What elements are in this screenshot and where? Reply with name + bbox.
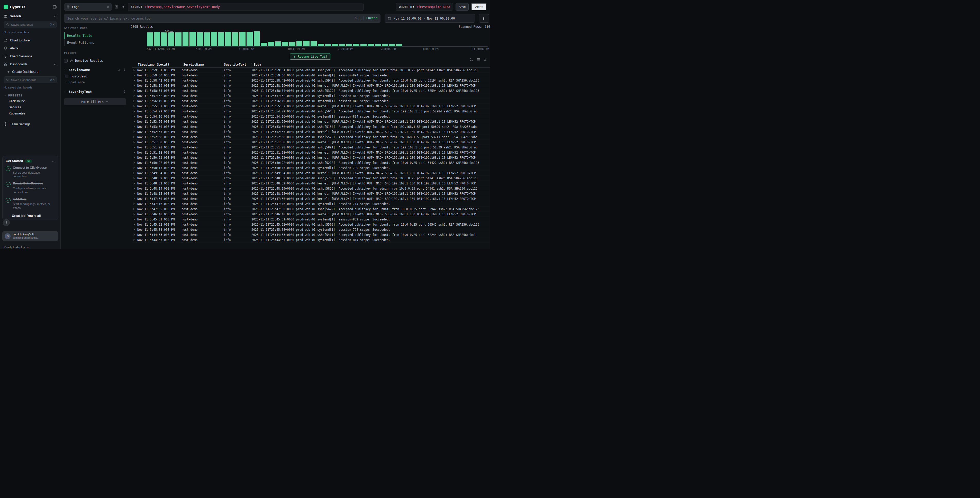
row-expand-chevron[interactable]: >	[132, 156, 137, 159]
row-expand-chevron[interactable]: >	[132, 197, 137, 200]
sidebar-item-dashboards[interactable]: Dashboards	[0, 60, 60, 68]
log-row[interactable]: >Nov 11 5:50:33.000 PMhost-demoinfo2025-…	[132, 155, 490, 160]
histogram-bar[interactable]	[204, 32, 210, 46]
chevron-up-icon[interactable]	[54, 62, 57, 66]
filter-group-servicename[interactable]: ServiceName	[64, 68, 126, 72]
log-row[interactable]: >Nov 11 5:47:16.000 PMhost-demoinfo2025-…	[132, 201, 490, 207]
log-row[interactable]: >Nov 11 5:53:36.000 PMhost-demoinfo2025-…	[132, 119, 490, 124]
log-row[interactable]: >Nov 11 5:51:18.000 PMhost-demoinfo2025-…	[132, 150, 490, 155]
row-expand-chevron[interactable]: >	[132, 105, 137, 107]
col-header-timestamp[interactable]: Timestamp (Local)	[137, 63, 181, 66]
orderby-input[interactable]: ORDER BY TimestampTime DESC	[396, 3, 453, 11]
create-dashboard-button[interactable]: Create Dashboard	[0, 68, 60, 75]
mode-results-table[interactable]: Results Table	[64, 32, 126, 39]
histogram-bar[interactable]	[310, 41, 317, 46]
histogram-bar[interactable]	[261, 43, 267, 46]
row-expand-chevron[interactable]: >	[132, 125, 137, 128]
row-expand-chevron[interactable]: >	[132, 213, 137, 215]
search-section-header[interactable]: Search	[0, 11, 60, 20]
row-expand-chevron[interactable]: >	[132, 218, 137, 221]
histogram-bar[interactable]	[175, 32, 181, 46]
row-expand-chevron[interactable]: >	[132, 228, 137, 231]
row-expand-chevron[interactable]: >	[132, 203, 137, 205]
row-expand-chevron[interactable]: >	[132, 208, 137, 211]
row-expand-chevron[interactable]: >	[132, 79, 137, 82]
log-row[interactable]: >Nov 11 5:51:58.000 PMhost-demoinfo2025-…	[132, 140, 490, 145]
language-lucene-option[interactable]: Lucene	[366, 16, 377, 20]
row-expand-chevron[interactable]: >	[132, 115, 137, 118]
row-expand-chevron[interactable]: >	[132, 177, 137, 180]
histogram-bar[interactable]	[189, 32, 196, 46]
sidebar-item-alerts[interactable]: Alerts	[0, 44, 60, 52]
row-expand-chevron[interactable]: >	[132, 74, 137, 77]
histogram-bar[interactable]	[325, 44, 331, 46]
histogram-bar[interactable]	[396, 44, 402, 46]
histogram-bar[interactable]	[360, 44, 367, 46]
histogram-bar[interactable]	[254, 31, 260, 46]
log-row[interactable]: >Nov 11 5:59:00.000 PMhost-demoinfo2025-…	[132, 73, 490, 78]
row-expand-chevron[interactable]: >	[132, 146, 137, 149]
row-expand-chevron[interactable]: >	[132, 84, 137, 87]
row-expand-chevron[interactable]: >	[132, 136, 137, 138]
col-header-body[interactable]: Body	[251, 63, 490, 66]
focus-icon[interactable]	[115, 5, 119, 9]
histogram-bar[interactable]	[168, 32, 174, 46]
histogram-bar[interactable]	[289, 42, 295, 46]
log-row[interactable]: >Nov 11 5:54:16.000 PMhost-demoinfo2025-…	[132, 114, 490, 119]
save-button[interactable]: Save	[455, 3, 469, 11]
log-row[interactable]: >Nov 11 5:49:04.000 PMhost-demoinfo2025-…	[132, 171, 490, 176]
histogram-bar[interactable]	[368, 44, 374, 46]
user-menu[interactable]: D dominic.tran@clic... dominic.tran@clic…	[2, 231, 58, 241]
log-row[interactable]: >Nov 11 5:45:22.000 PMhost-demoinfo2025-…	[132, 222, 490, 227]
histogram-bar[interactable]	[389, 44, 395, 46]
log-row[interactable]: >Nov 11 5:54:29.000 PMhost-demoinfo2025-…	[132, 109, 490, 114]
log-row[interactable]: >Nov 11 5:48:15.000 PMhost-demoinfo2025-…	[132, 191, 490, 196]
get-started-item-connect[interactable]: Connect to ClickHouse Set up your databa…	[6, 166, 55, 178]
row-expand-chevron[interactable]: >	[132, 99, 137, 102]
date-range-picker[interactable]: Nov 11 00:00:00 - Nov 12 00:00:00	[385, 14, 475, 22]
pin-icon[interactable]	[123, 90, 126, 93]
log-row[interactable]: >Nov 11 5:59:01.000 PMhost-demoinfo2025-…	[132, 68, 490, 73]
histogram-bar[interactable]	[353, 44, 360, 46]
histogram-bar[interactable]	[197, 32, 203, 46]
row-expand-chevron[interactable]: >	[132, 110, 137, 113]
histogram-bar[interactable]	[225, 32, 231, 46]
mode-event-patterns[interactable]: Event Patterns	[64, 39, 126, 46]
presets-toggle[interactable]: PRESETS	[0, 92, 60, 98]
histogram-bar[interactable]	[282, 42, 288, 46]
row-expand-chevron[interactable]: >	[132, 120, 137, 123]
load-more-button[interactable]: Load more	[64, 80, 126, 85]
histogram-bar[interactable]	[147, 32, 153, 46]
col-header-severitytext[interactable]: SeverityText	[222, 63, 251, 66]
row-expand-chevron[interactable]: >	[132, 69, 137, 72]
row-expand-chevron[interactable]: >	[132, 161, 137, 164]
sidebar-item-client-sessions[interactable]: Client Sessions	[0, 52, 60, 60]
event-search-input[interactable]	[64, 14, 380, 22]
log-row[interactable]: >Nov 11 5:55:57.000 PMhost-demoinfo2025-…	[132, 104, 490, 109]
sidebar-collapse-icon[interactable]	[53, 5, 57, 9]
sidebar-item-chart-explorer[interactable]: Chart Explorer	[0, 36, 60, 44]
log-row[interactable]: >Nov 11 5:53:30.000 PMhost-demoinfo2025-…	[132, 124, 490, 129]
histogram-bar[interactable]	[332, 44, 338, 46]
denoise-results-toggle[interactable]: Denoise Results	[64, 57, 126, 64]
log-row[interactable]: >Nov 11 5:44:37.000 PMhost-demoinfo2025-…	[132, 238, 490, 243]
row-expand-chevron[interactable]: >	[132, 94, 137, 97]
chevron-up-icon[interactable]	[51, 160, 55, 163]
histogram-bar[interactable]	[161, 32, 167, 46]
row-expand-chevron[interactable]: >	[132, 238, 137, 241]
histogram-bar[interactable]	[275, 42, 281, 46]
row-expand-chevron[interactable]: >	[132, 89, 137, 92]
histogram-bar[interactable]	[296, 41, 302, 46]
histogram-bar[interactable]	[154, 32, 160, 46]
log-row[interactable]: >Nov 11 5:44:53.000 PMhost-demoinfo2025-…	[132, 232, 490, 238]
row-expand-chevron[interactable]: >	[132, 141, 137, 144]
log-row[interactable]: >Nov 11 5:58:42.000 PMhost-demoinfo2025-…	[132, 78, 490, 83]
log-row[interactable]: >Nov 11 5:58:04.000 PMhost-demoinfo2025-…	[132, 88, 490, 93]
log-row[interactable]: >Nov 11 5:47:05.000 PMhost-demoinfo2025-…	[132, 207, 490, 212]
histogram-bar[interactable]	[183, 32, 189, 46]
row-expand-chevron[interactable]: >	[132, 172, 137, 174]
row-expand-chevron[interactable]: >	[132, 223, 137, 226]
more-filters-button[interactable]: More filters	[64, 98, 126, 105]
saved-searches-input[interactable]	[3, 21, 57, 28]
row-expand-chevron[interactable]: >	[132, 187, 137, 190]
